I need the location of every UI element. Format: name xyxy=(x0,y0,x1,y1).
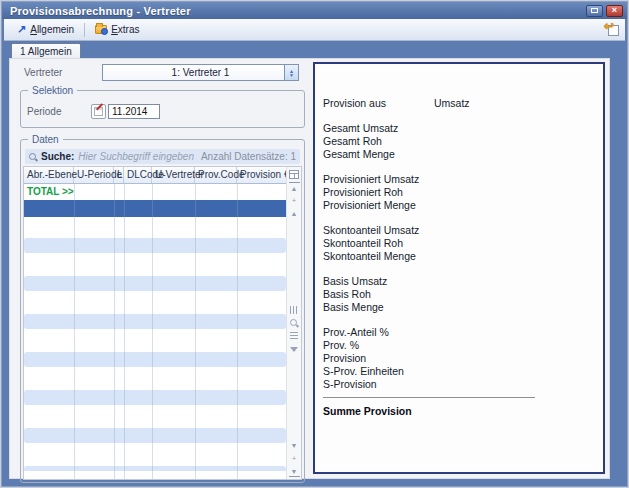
col-prov-code[interactable]: Prov.Code xyxy=(195,167,237,183)
col-u-periode[interactable]: U-Periode xyxy=(74,167,114,183)
provision-aus-value: Umsatz xyxy=(434,97,470,109)
table-row[interactable] xyxy=(24,390,286,405)
detail-row: Provision xyxy=(323,351,603,364)
vertreter-dropdown[interactable]: 1: Vertreter 1 ▲ ▼ xyxy=(102,64,299,81)
detail-row: Basis Menge xyxy=(323,300,603,313)
window-title: Provisionsabrechnung - Vertreter xyxy=(10,5,586,17)
detail-row: Provisioniert Menge xyxy=(323,198,603,211)
table-row[interactable] xyxy=(24,217,286,236)
col-u-vertreter[interactable]: U-Vertreter xyxy=(152,167,195,183)
export-arrow-glyph: ↩ xyxy=(604,20,614,32)
total-row-label: TOTAL >> xyxy=(27,186,74,197)
daten-title: Daten xyxy=(28,134,63,145)
detail-row: Skontoanteil Roh xyxy=(323,236,603,249)
vertreter-label: Vertreter xyxy=(20,67,102,78)
detail-lines: Provision aus Umsatz Gesamt Umsatz Gesam… xyxy=(315,64,603,417)
detail-row: Prov. % xyxy=(323,338,603,351)
col-l[interactable]: L xyxy=(114,167,124,183)
periode-input[interactable] xyxy=(108,104,160,119)
content-panel: Vertreter 1: Vertreter 1 ▲ ▼ Selektion P… xyxy=(9,58,610,479)
restore-glyph xyxy=(591,8,598,13)
calendar-icon xyxy=(94,107,103,116)
record-count: Anzahl Datensätze: 1 xyxy=(201,151,296,162)
periode-label: Periode xyxy=(27,106,91,117)
menu-separator xyxy=(84,23,85,37)
vertreter-field-row: Vertreter 1: Vertreter 1 ▲ ▼ xyxy=(20,64,305,81)
menu-allgemein-label: Allgemein xyxy=(30,24,74,35)
table-row[interactable] xyxy=(24,407,286,426)
restore-icon[interactable] xyxy=(586,5,603,17)
data-table: Abr.-Ebene U-Periode L DLCode U-Vertrete… xyxy=(23,166,302,480)
move-up-icon[interactable]: ▲ xyxy=(289,208,300,219)
detail-row: Prov.-Anteil % xyxy=(323,325,603,338)
sum-divider xyxy=(323,397,535,398)
arrow-up-right-icon: ↗ xyxy=(17,24,26,35)
menu-extras[interactable]: Extras xyxy=(88,22,146,37)
detail-row: S-Prov. Einheiten xyxy=(323,364,603,377)
column-chooser-icon[interactable] xyxy=(289,169,300,180)
tab-allgemein[interactable]: 1 Allgemein xyxy=(11,43,81,59)
table-row-total[interactable]: TOTAL >> xyxy=(24,184,286,200)
detail-row: Skontoanteil Menge xyxy=(323,249,603,262)
daten-groupbox: Daten Suche: Anzahl Datensätze: 1 Abr.-E… xyxy=(20,139,305,483)
search-input[interactable] xyxy=(78,151,197,162)
detail-panel: Provision aus Umsatz Gesamt Umsatz Gesam… xyxy=(313,62,605,474)
table-row[interactable] xyxy=(24,369,286,388)
export-icon[interactable]: ↩ xyxy=(605,23,619,36)
table-row[interactable] xyxy=(24,445,286,464)
table-row[interactable] xyxy=(24,331,286,350)
filter-icon[interactable] xyxy=(289,344,300,355)
app-window: Provisionsabrechnung - Vertreter × ↗ All… xyxy=(1,1,628,487)
detail-row-provision-aus: Provision aus Umsatz xyxy=(323,96,603,109)
periode-row: Periode xyxy=(27,104,160,119)
col-dlcode[interactable]: DLCode xyxy=(124,167,152,183)
menu-allgemein[interactable]: ↗ Allgemein xyxy=(10,22,81,37)
table-row[interactable] xyxy=(24,428,286,443)
detail-row: Gesamt Roh xyxy=(323,134,603,147)
table-row[interactable] xyxy=(24,293,286,312)
zoom-icon[interactable] xyxy=(289,318,300,329)
columns-view-icon[interactable] xyxy=(289,305,300,316)
detail-row: Gesamt Menge xyxy=(323,147,603,160)
table-row[interactable] xyxy=(24,314,286,329)
table-header-row: Abr.-Ebene U-Periode L DLCode U-Vertrete… xyxy=(24,167,286,184)
detail-row: S-Provision xyxy=(323,377,603,390)
tab-strip: 1 Allgemein xyxy=(11,43,81,59)
detail-row: Basis Roh xyxy=(323,287,603,300)
detail-row: Gesamt Umsatz xyxy=(323,121,603,134)
menu-bar: ↗ Allgemein Extras ↩ xyxy=(4,19,625,41)
table-row[interactable] xyxy=(24,276,286,291)
detail-row: Basis Umsatz xyxy=(323,274,603,287)
col-provision[interactable]: Provision € xyxy=(237,167,289,183)
detail-row: Provisioniert Roh xyxy=(323,185,603,198)
search-bar: Suche: Anzahl Datensätze: 1 xyxy=(25,149,300,164)
selektion-title: Selektion xyxy=(28,85,77,96)
row-add-icon[interactable]: + xyxy=(289,195,300,206)
summe-provision-label: Summe Provision xyxy=(323,405,603,417)
vertreter-spinner[interactable]: ▲ ▼ xyxy=(284,65,298,80)
search-label: Suche: xyxy=(41,151,74,162)
spinner-down-icon: ▼ xyxy=(289,73,294,77)
scroll-to-bottom-icon[interactable]: ▼ xyxy=(289,466,300,477)
table-row-selected[interactable] xyxy=(24,200,286,217)
table-side-toolbar: ▲ + ▲ ▼ + ▼ xyxy=(286,167,301,479)
screen-frame: Provisionsabrechnung - Vertreter × ↗ All… xyxy=(0,0,629,488)
left-column: Vertreter 1: Vertreter 1 ▲ ▼ Selektion P… xyxy=(20,64,305,483)
table-row[interactable] xyxy=(24,255,286,274)
table-row[interactable] xyxy=(24,466,286,471)
menu-extras-label: Extras xyxy=(111,24,139,35)
row-add-bottom-icon[interactable]: + xyxy=(289,453,300,464)
search-icon xyxy=(29,153,37,161)
detail-row: Skontoanteil Umsatz xyxy=(323,223,603,236)
calendar-picker-button[interactable] xyxy=(91,104,106,119)
vertreter-value: 1: Vertreter 1 xyxy=(172,67,230,78)
scroll-to-top-icon[interactable]: ▲ xyxy=(289,182,300,193)
titlebar[interactable]: Provisionsabrechnung - Vertreter × xyxy=(2,2,627,19)
table-row[interactable] xyxy=(24,352,286,367)
close-icon[interactable]: × xyxy=(606,5,623,17)
rows-view-icon[interactable] xyxy=(289,331,300,342)
col-abr-ebene[interactable]: Abr.-Ebene xyxy=(24,167,74,183)
table-body: TOTAL >> xyxy=(24,184,286,479)
move-down-icon[interactable]: ▼ xyxy=(289,440,300,451)
table-row[interactable] xyxy=(24,238,286,253)
